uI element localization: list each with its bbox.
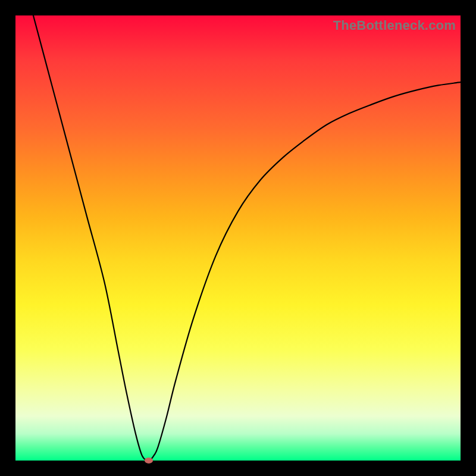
chart-frame: TheBottleneck.com (0, 0, 476, 476)
curve-svg (15, 15, 461, 461)
bottleneck-curve-path (33, 15, 461, 461)
optimal-point-marker (145, 458, 153, 464)
plot-area: TheBottleneck.com (15, 15, 461, 461)
